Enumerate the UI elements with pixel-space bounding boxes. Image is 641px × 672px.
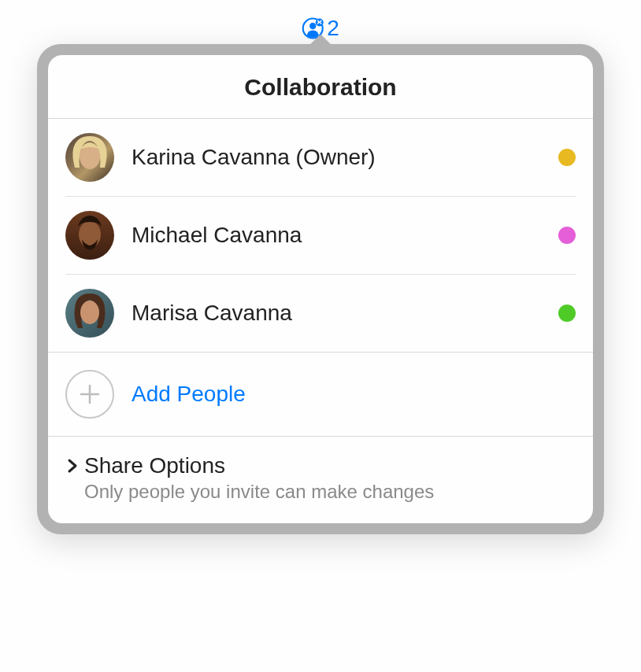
svg-point-4 xyxy=(79,221,101,248)
avatar xyxy=(65,211,114,260)
svg-point-1 xyxy=(309,23,316,29)
svg-point-5 xyxy=(80,301,99,324)
status-dot xyxy=(558,227,576,244)
plus-icon xyxy=(65,370,114,419)
person-name: Michael Cavanna xyxy=(132,223,541,248)
share-options-subtitle: Only people you invite can make changes xyxy=(84,481,576,503)
share-options-title: Share Options xyxy=(84,452,576,479)
avatar xyxy=(65,133,114,182)
person-name: Karina Cavanna (Owner) xyxy=(132,145,541,170)
person-row[interactable]: Marisa Cavanna xyxy=(65,274,576,352)
people-list: Karina Cavanna (Owner) Michael Cavanna xyxy=(48,119,593,353)
share-options-button[interactable]: Share Options Only people you invite can… xyxy=(48,437,593,523)
chevron-right-icon xyxy=(65,457,80,474)
collaboration-popover: Collaboration Karina Cavanna (Owner) xyxy=(37,44,604,534)
status-dot xyxy=(558,149,576,166)
add-people-label: Add People xyxy=(132,382,246,407)
popover-title: Collaboration xyxy=(48,55,593,119)
person-row[interactable]: Karina Cavanna (Owner) xyxy=(65,119,576,196)
avatar xyxy=(65,289,114,338)
add-people-button[interactable]: Add People xyxy=(48,353,593,437)
person-name: Marisa Cavanna xyxy=(132,301,541,326)
person-row[interactable]: Michael Cavanna xyxy=(65,196,576,274)
status-dot xyxy=(558,305,576,322)
